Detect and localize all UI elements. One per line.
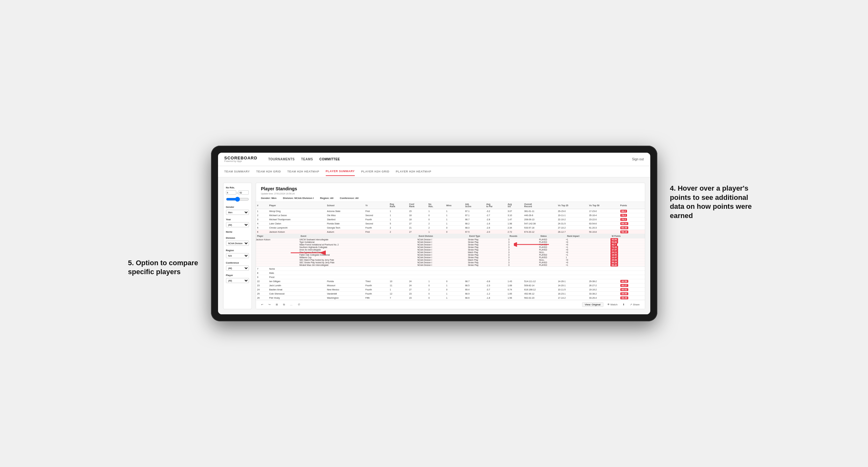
table-row-highlighted: 6 Jackson Kolson Auburn First 2 27 1 0 6…: [256, 230, 645, 234]
bottom-bar: ↩ ↪ ⊞ ⧉ … ⏱ View: Original 👁 Watch ⬇: [256, 300, 645, 309]
expanded-event-row: Mirabel Maui Jim Intercollegiate NCAA Di…: [256, 264, 645, 267]
gender-filter-display: Gender: Men: [261, 197, 277, 199]
points-badge[interactable]: 68.34: [620, 222, 629, 225]
main-content: No Rds. – Gender Men Women: [218, 178, 650, 314]
logo-sub: Powered by clippi: [224, 160, 257, 162]
table-row: 9 Prest: [256, 275, 645, 279]
no-rds-to-input[interactable]: [239, 190, 249, 195]
gender-select[interactable]: Men Women: [226, 210, 249, 215]
points-badge[interactable]: 40.02: [620, 288, 629, 291]
division-label: Division: [226, 237, 249, 240]
filter-region: Region N/A: [226, 249, 249, 258]
points-badge[interactable]: 40.58: [620, 280, 629, 283]
tab-team-h2h-heatmap[interactable]: TEAM H2H HEATMAP: [287, 167, 319, 176]
divider-btn: …: [289, 303, 294, 307]
points-badge[interactable]: 70.2: [620, 218, 627, 221]
col-to-par: Avgto Par: [485, 202, 506, 209]
share-btn[interactable]: ↗ Share: [629, 303, 641, 307]
tablet-frame: SCOREBOARD Powered by clippi TOURNAMENTS…: [211, 146, 657, 321]
tab-player-h2h-grid[interactable]: PLAYER H2H GRID: [361, 167, 390, 176]
update-time: Update time: 27/01/2024 16:56:26: [261, 192, 640, 195]
right-arrow-svg: [514, 238, 552, 251]
points-badge[interactable]: 40.27: [620, 284, 629, 287]
col-reg-rank: RegRank: [389, 202, 408, 209]
filter-division: Division NCAA Division I: [226, 237, 249, 246]
col-overall-record: OverallRecord: [523, 202, 557, 209]
logo: SCOREBOARD Powered by clippi: [224, 156, 257, 162]
gender-label: Gender: [226, 206, 249, 209]
right-annotation: 4. Hover over a player's points to see a…: [670, 184, 759, 220]
content-header: Player Standings Update time: 27/01/2024…: [256, 183, 645, 202]
exp-points: 66.40: [611, 263, 618, 267]
tab-team-summary[interactable]: TEAM SUMMARY: [224, 167, 250, 176]
conference-select[interactable]: (All): [226, 266, 249, 271]
copy-btn[interactable]: ⧉: [282, 303, 286, 307]
nav-links: TOURNAMENTS TEAMS COMMITTEE: [268, 156, 624, 162]
expanded-event-row: SEC Stroke Play hosted by Jerry Pate NCA…: [256, 261, 645, 264]
filters-panel: No Rds. – Gender Men Women: [223, 183, 252, 309]
col-no-rds: NoRds.: [427, 202, 445, 209]
points-badge[interactable]: 88.2: [620, 210, 627, 213]
table-row: 24 Bastien Amat New Mexico Fourth 1 27 2…: [256, 287, 645, 292]
table-row: 8 Mats: [256, 271, 645, 275]
col-rank: #: [256, 202, 268, 209]
table-row: 22 Ian Gilligan Florida Third 10 24 1 0 …: [256, 279, 645, 283]
table-row: 3 Michael Thorbjornsen Stanford Fourth 1…: [256, 217, 645, 222]
col-avg-sg: AvgSG: [506, 202, 523, 209]
tab-player-h2h-heatmap[interactable]: PLAYER H2H HEATMAP: [396, 167, 432, 176]
watch-btn[interactable]: 👁 Watch: [606, 303, 619, 307]
sub-nav: TEAM SUMMARY TEAM H2H GRID TEAM H2H HEAT…: [218, 166, 650, 178]
table-row: 26 Petr Hruby Washington Fifth 7 23 0 1 …: [256, 296, 645, 300]
filter-conference: Conference (All): [226, 261, 249, 271]
nav-bar: SCOREBOARD Powered by clippi TOURNAMENTS…: [218, 153, 650, 166]
player-select[interactable]: (All): [226, 278, 249, 283]
division-select[interactable]: NCAA Division I: [226, 241, 249, 246]
sign-out-link[interactable]: Sign out: [632, 157, 644, 161]
table-row: 23 Jack Lundin Missouri Fourth 11 24 0 1…: [256, 283, 645, 287]
filter-gender: Gender Men Women: [226, 206, 249, 215]
grid-btn[interactable]: ⊞: [275, 303, 279, 307]
conference-label: Conference: [226, 261, 249, 264]
left-arrow-svg: [287, 246, 329, 259]
content-area: Player Standings Update time: 27/01/2024…: [256, 183, 645, 309]
col-points: Points: [619, 202, 645, 209]
table-row: 7 Niche: [256, 267, 645, 271]
conference-filter-display: Conference: All: [340, 197, 359, 199]
tab-team-h2h-grid[interactable]: TEAM H2H GRID: [256, 167, 281, 176]
table-row: 5 Christo Lamprecht Georgia Tech Fourth …: [256, 226, 645, 230]
expanded-event-row: Jackson Kolson UNCW Seahawk Intercollegi…: [256, 239, 645, 241]
expanded-event-row: Tiger Invitational NCAA Division I Strok…: [256, 241, 645, 244]
view-original-btn[interactable]: View: Original: [582, 302, 603, 307]
table-row: 25 Cole Sherwood Vanderbilt Fourth 12 23…: [256, 292, 645, 296]
points-badge[interactable]: 38.49: [620, 297, 629, 299]
points-badge-highlighted[interactable]: 58.18: [620, 230, 629, 234]
nav-teams[interactable]: TEAMS: [301, 156, 313, 162]
col-wins: Wins: [445, 202, 464, 209]
table-row: 4 Luke Claton Florida State Second 5 27 …: [256, 222, 645, 226]
col-vs-top25: Vs Top 25: [557, 202, 588, 209]
no-rds-slider[interactable]: [226, 197, 249, 202]
col-conf-rank: ConfRank: [408, 202, 427, 209]
col-player: Player: [268, 202, 326, 209]
undo-btn[interactable]: ↩: [260, 303, 265, 307]
filter-row: Gender: Men Division: NCAA Division I Re…: [261, 197, 640, 199]
points-badge[interactable]: 60.49: [620, 226, 629, 229]
nav-tournaments[interactable]: TOURNAMENTS: [268, 156, 294, 162]
year-select[interactable]: (All): [226, 222, 249, 227]
expanded-header-row: Player Event Event Division Event Type R…: [256, 234, 645, 239]
region-select[interactable]: N/A: [226, 253, 249, 258]
col-vs-top50: Vs Top 50: [588, 202, 619, 209]
no-rds-from-input[interactable]: [226, 190, 236, 195]
download-btn[interactable]: ⬇: [621, 303, 626, 307]
region-filter-display: Region: All: [320, 197, 334, 199]
logo-title: SCOREBOARD: [224, 156, 257, 160]
redo-btn[interactable]: ↪: [267, 303, 272, 307]
table-row: 1 Wenyi Ding Arizona State First 1 15 1 …: [256, 209, 645, 213]
points-badge[interactable]: 76.2: [620, 214, 627, 217]
clock-btn[interactable]: ⏱: [297, 303, 302, 307]
points-badge[interactable]: 39.95: [620, 292, 629, 295]
division-filter-display: Division: NCAA Division I: [283, 197, 314, 199]
nav-committee[interactable]: COMMITTEE: [319, 156, 340, 162]
table-row: 2 Michael La Sasso Ole Miss Second 1 18 …: [256, 213, 645, 217]
tab-player-summary[interactable]: PLAYER SUMMARY: [326, 167, 355, 176]
